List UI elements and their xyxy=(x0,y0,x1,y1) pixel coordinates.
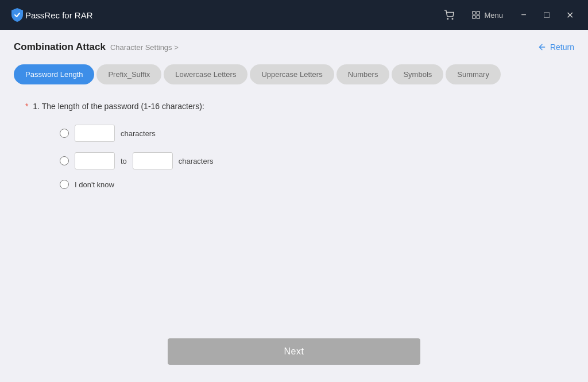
tab-summary[interactable]: Summary xyxy=(446,64,501,84)
section-question: 1. The length of the password (1-16 char… xyxy=(33,102,204,111)
breadcrumb: Combination Attack Character Settings > … xyxy=(14,41,574,53)
tab-password-length[interactable]: Password Length xyxy=(14,64,94,84)
tab-symbols[interactable]: Symbols xyxy=(392,64,443,84)
range-to-label: to xyxy=(121,157,127,165)
tab-lowercase-letters[interactable]: Lowercase Letters xyxy=(164,64,247,84)
radio-range[interactable] xyxy=(60,156,69,165)
next-button[interactable]: Next xyxy=(168,338,420,365)
main-content: Combination Attack Character Settings > … xyxy=(0,30,588,382)
range-chars-label: characters xyxy=(179,157,214,165)
svg-rect-3 xyxy=(477,11,480,14)
tab-numbers[interactable]: Numbers xyxy=(336,64,390,84)
tab-uppercase-letters[interactable]: Uppercase Letters xyxy=(250,64,334,84)
svg-point-1 xyxy=(452,18,454,20)
radio-fixed[interactable] xyxy=(60,129,69,138)
tabs-container: Password Length Prefix_Suffix Lowercase … xyxy=(14,64,574,84)
breadcrumb-main: Combination Attack xyxy=(14,41,106,53)
minimize-button[interactable]: − xyxy=(514,6,533,24)
breadcrumb-left: Combination Attack Character Settings > xyxy=(14,41,179,53)
unknown-label: I don't know xyxy=(75,180,114,189)
menu-button[interactable]: Menu xyxy=(465,7,510,23)
svg-rect-5 xyxy=(477,16,480,18)
app-title: PassRec for RAR xyxy=(25,10,438,20)
fixed-length-label: characters xyxy=(121,129,156,138)
section-title: * 1. The length of the password (1-16 ch… xyxy=(25,102,563,111)
app-logo-icon xyxy=(9,7,25,23)
svg-rect-4 xyxy=(473,16,475,18)
titlebar: PassRec for RAR Menu − □ ✕ xyxy=(0,0,588,30)
cart-button[interactable] xyxy=(438,6,460,24)
return-button[interactable]: Return xyxy=(537,43,574,52)
content-area: * 1. The length of the password (1-16 ch… xyxy=(14,102,574,371)
titlebar-controls: Menu − □ ✕ xyxy=(438,6,579,24)
option-row-fixed: characters xyxy=(25,125,563,142)
return-label: Return xyxy=(550,43,574,52)
next-button-wrap: Next xyxy=(25,321,563,371)
fixed-length-input[interactable] xyxy=(75,125,115,142)
tab-prefix-suffix[interactable]: Prefix_Suffix xyxy=(96,64,161,84)
close-button[interactable]: ✕ xyxy=(560,6,579,24)
svg-point-0 xyxy=(447,18,448,20)
required-asterisk: * xyxy=(25,102,28,111)
breadcrumb-sub: Character Settings > xyxy=(110,43,179,52)
option-row-unknown: I don't know xyxy=(25,180,563,189)
radio-unknown[interactable] xyxy=(60,180,69,189)
maximize-button[interactable]: □ xyxy=(537,6,556,24)
svg-rect-2 xyxy=(473,11,475,14)
range-min-input[interactable] xyxy=(75,152,115,169)
menu-label: Menu xyxy=(484,11,503,20)
option-row-range: to characters xyxy=(25,152,563,169)
range-max-input[interactable] xyxy=(133,152,173,169)
